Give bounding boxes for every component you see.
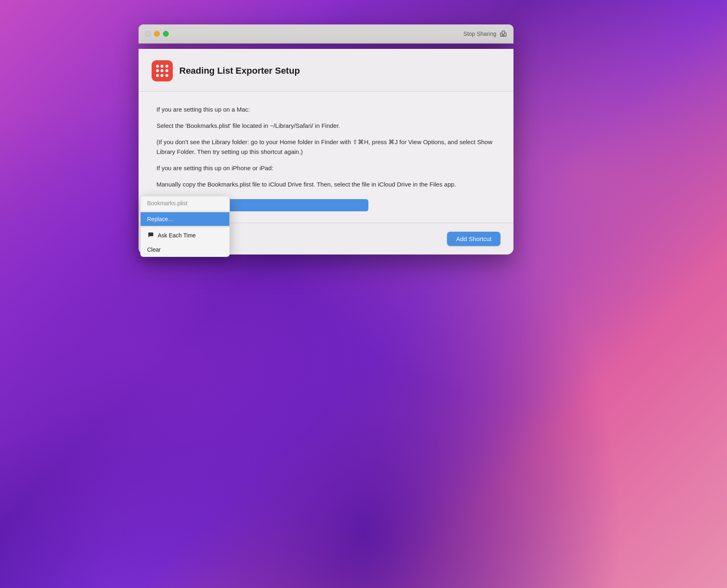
dialog: Reading List Exporter Setup If you are s… <box>139 49 513 255</box>
dialog-header: Reading List Exporter Setup <box>139 49 513 92</box>
window-chrome: Stop Sharing <box>139 24 513 44</box>
dropdown-divider-2 <box>141 227 229 227</box>
share-icon <box>500 30 507 37</box>
minimize-button[interactable] <box>154 31 160 37</box>
stop-sharing-label: Stop Sharing <box>463 31 496 37</box>
dot-4 <box>156 69 159 72</box>
dialog-title: Reading List Exporter Setup <box>179 66 300 76</box>
dropdown-item-ask-each-time[interactable]: Ask Each Time <box>141 228 229 243</box>
dot-5 <box>161 69 163 72</box>
app-icon <box>152 60 173 81</box>
file-row: File: Library › Safari › › Bookmarks.pli… <box>156 199 496 211</box>
dropdown-clear-label: Clear <box>147 246 161 253</box>
titlebar-right: Stop Sharing <box>463 30 507 37</box>
dropdown-replace-label: Replace... <box>147 216 173 222</box>
traffic-lights <box>145 31 169 37</box>
dropdown-item-clear[interactable]: Clear <box>141 243 229 257</box>
titlebar: Stop Sharing <box>139 24 513 44</box>
maximize-button[interactable] <box>163 31 169 37</box>
dropdown-ask-label: Ask Each Time <box>158 232 196 239</box>
dot-3 <box>165 65 168 68</box>
instruction-ipad-step1: Manually copy the Bookmarks.plist file t… <box>156 180 496 189</box>
dropdown-item-replace[interactable]: Replace... <box>141 212 229 226</box>
dot-6 <box>165 69 168 72</box>
dot-2 <box>161 65 163 68</box>
dialog-body: If you are setting this up on a Mac: Sel… <box>139 92 513 223</box>
instruction-mac-header: If you are setting this up on a Mac: <box>156 105 496 114</box>
dropdown-menu: Bookmarks.plist Replace... Ask Each Time <box>140 196 230 257</box>
instruction-ipad-header: If you are setting this up on iPhone or … <box>156 163 496 173</box>
dropdown-divider-1 <box>141 211 229 211</box>
dropdown-item-bookmarks[interactable]: Bookmarks.plist <box>141 196 229 210</box>
dot-1 <box>156 65 159 68</box>
speech-bubble-icon <box>147 232 154 239</box>
instruction-mac-step1: Select the 'Bookmarks.plist' file locate… <box>156 121 496 131</box>
instruction-mac-step2: (If you don't see the Library folder: go… <box>156 137 496 157</box>
close-button[interactable] <box>145 31 151 37</box>
app-icon-dots <box>156 65 168 77</box>
svg-rect-0 <box>502 31 504 34</box>
dot-8 <box>161 74 163 77</box>
dot-7 <box>156 74 159 77</box>
stop-sharing-button[interactable]: Stop Sharing <box>463 30 507 37</box>
add-shortcut-button[interactable]: Add Shortcut <box>447 232 500 246</box>
dot-9 <box>165 74 168 77</box>
dropdown-bookmarks-label: Bookmarks.plist <box>147 200 187 206</box>
